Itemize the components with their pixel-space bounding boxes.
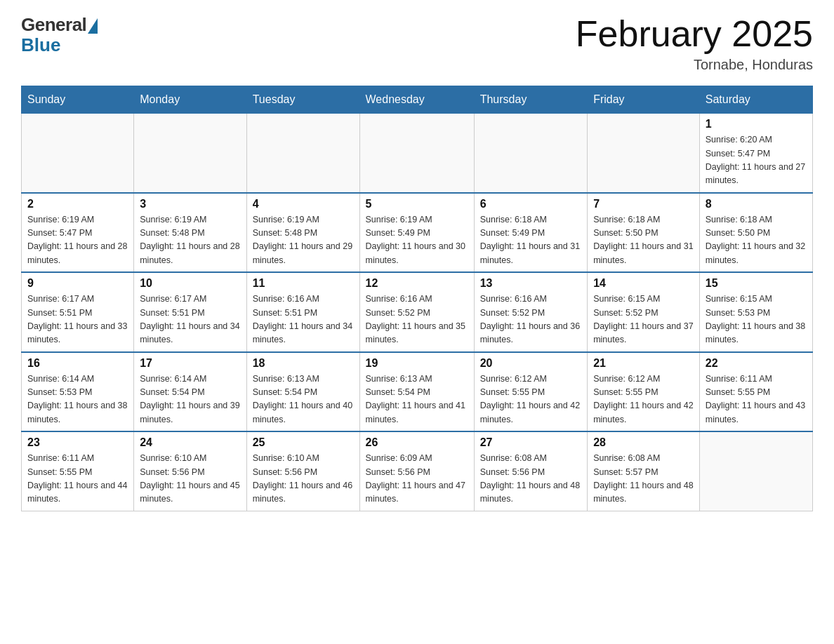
day-info: Sunrise: 6:14 AMSunset: 5:53 PMDaylight:… [27, 373, 128, 427]
day-number: 6 [480, 198, 581, 210]
day-number: 18 [253, 357, 354, 370]
calendar-week-row: 9Sunrise: 6:17 AMSunset: 5:51 PMDaylight… [22, 272, 813, 352]
day-number: 27 [480, 436, 581, 449]
day-info: Sunrise: 6:18 AMSunset: 5:50 PMDaylight:… [593, 213, 694, 268]
day-number: 17 [140, 357, 240, 370]
day-number: 21 [593, 357, 694, 370]
day-info: Sunrise: 6:15 AMSunset: 5:53 PMDaylight:… [706, 293, 807, 347]
calendar-table: SundayMondayTuesdayWednesdayThursdayFrid… [21, 86, 813, 511]
day-number: 2 [27, 198, 128, 210]
day-info: Sunrise: 6:18 AMSunset: 5:50 PMDaylight:… [706, 213, 807, 268]
page-header: General Blue February 2025 Tornabe, Hond… [21, 14, 813, 73]
day-info: Sunrise: 6:15 AMSunset: 5:52 PMDaylight:… [593, 293, 694, 347]
calendar-day-cell: 22Sunrise: 6:11 AMSunset: 5:55 PMDayligh… [699, 352, 812, 432]
calendar-day-cell: 13Sunrise: 6:16 AMSunset: 5:52 PMDayligh… [474, 272, 587, 352]
day-info: Sunrise: 6:08 AMSunset: 5:56 PMDaylight:… [480, 452, 581, 507]
day-info: Sunrise: 6:17 AMSunset: 5:51 PMDaylight:… [140, 293, 240, 347]
calendar-day-cell [246, 114, 359, 193]
day-info: Sunrise: 6:09 AMSunset: 5:56 PMDaylight:… [366, 452, 468, 507]
weekday-header-row: SundayMondayTuesdayWednesdayThursdayFrid… [22, 86, 813, 114]
location-label: Tornabe, Honduras [576, 57, 813, 73]
calendar-day-cell: 28Sunrise: 6:08 AMSunset: 5:57 PMDayligh… [588, 431, 700, 511]
calendar-day-cell: 8Sunrise: 6:18 AMSunset: 5:50 PMDaylight… [699, 193, 812, 273]
calendar-day-cell: 6Sunrise: 6:18 AMSunset: 5:49 PMDaylight… [474, 193, 587, 273]
day-number: 16 [27, 357, 128, 370]
calendar-day-cell: 24Sunrise: 6:10 AMSunset: 5:56 PMDayligh… [134, 431, 246, 511]
day-info: Sunrise: 6:08 AMSunset: 5:57 PMDaylight:… [593, 452, 694, 507]
calendar-day-cell: 20Sunrise: 6:12 AMSunset: 5:55 PMDayligh… [474, 352, 587, 432]
calendar-day-cell: 19Sunrise: 6:13 AMSunset: 5:54 PMDayligh… [359, 352, 474, 432]
calendar-day-cell: 18Sunrise: 6:13 AMSunset: 5:54 PMDayligh… [246, 352, 359, 432]
weekday-header-wednesday: Wednesday [359, 86, 474, 114]
calendar-week-row: 1Sunrise: 6:20 AMSunset: 5:47 PMDaylight… [22, 114, 813, 193]
calendar-day-cell: 15Sunrise: 6:15 AMSunset: 5:53 PMDayligh… [699, 272, 812, 352]
day-number: 28 [593, 436, 694, 449]
day-info: Sunrise: 6:19 AMSunset: 5:48 PMDaylight:… [140, 213, 240, 268]
calendar-day-cell [359, 114, 474, 193]
calendar-day-cell: 21Sunrise: 6:12 AMSunset: 5:55 PMDayligh… [588, 352, 700, 432]
day-number: 11 [253, 277, 354, 290]
calendar-day-cell: 14Sunrise: 6:15 AMSunset: 5:52 PMDayligh… [588, 272, 700, 352]
day-number: 20 [480, 357, 581, 370]
calendar-week-row: 2Sunrise: 6:19 AMSunset: 5:47 PMDaylight… [22, 193, 813, 273]
day-info: Sunrise: 6:20 AMSunset: 5:47 PMDaylight:… [706, 133, 807, 188]
day-info: Sunrise: 6:13 AMSunset: 5:54 PMDaylight:… [253, 373, 354, 427]
calendar-day-cell: 12Sunrise: 6:16 AMSunset: 5:52 PMDayligh… [359, 272, 474, 352]
logo: General Blue [21, 14, 98, 56]
weekday-header-tuesday: Tuesday [246, 86, 359, 114]
day-number: 25 [253, 436, 354, 449]
logo-triangle-icon [88, 18, 98, 34]
calendar-day-cell [474, 114, 587, 193]
day-number: 13 [480, 277, 581, 290]
day-info: Sunrise: 6:19 AMSunset: 5:47 PMDaylight:… [27, 213, 128, 268]
day-number: 5 [366, 198, 468, 210]
day-number: 19 [366, 357, 468, 370]
day-info: Sunrise: 6:19 AMSunset: 5:49 PMDaylight:… [366, 213, 468, 268]
month-title: February 2025 [576, 14, 813, 54]
day-info: Sunrise: 6:11 AMSunset: 5:55 PMDaylight:… [706, 373, 807, 427]
day-number: 4 [253, 198, 354, 210]
day-number: 14 [593, 277, 694, 290]
calendar-day-cell: 4Sunrise: 6:19 AMSunset: 5:48 PMDaylight… [246, 193, 359, 273]
logo-blue-text: Blue [21, 34, 60, 56]
weekday-header-saturday: Saturday [699, 86, 812, 114]
calendar-day-cell [588, 114, 700, 193]
calendar-day-cell: 11Sunrise: 6:16 AMSunset: 5:51 PMDayligh… [246, 272, 359, 352]
day-info: Sunrise: 6:18 AMSunset: 5:49 PMDaylight:… [480, 213, 581, 268]
day-number: 3 [140, 198, 240, 210]
day-info: Sunrise: 6:12 AMSunset: 5:55 PMDaylight:… [480, 373, 581, 427]
day-number: 15 [706, 277, 807, 290]
logo-general-text: General [21, 14, 86, 36]
day-number: 8 [706, 198, 807, 210]
calendar-day-cell: 23Sunrise: 6:11 AMSunset: 5:55 PMDayligh… [22, 431, 134, 511]
day-number: 7 [593, 198, 694, 210]
day-number: 9 [27, 277, 128, 290]
day-info: Sunrise: 6:16 AMSunset: 5:52 PMDaylight:… [366, 293, 468, 347]
calendar-day-cell: 7Sunrise: 6:18 AMSunset: 5:50 PMDaylight… [588, 193, 700, 273]
day-info: Sunrise: 6:12 AMSunset: 5:55 PMDaylight:… [593, 373, 694, 427]
day-info: Sunrise: 6:10 AMSunset: 5:56 PMDaylight:… [140, 452, 240, 507]
day-info: Sunrise: 6:19 AMSunset: 5:48 PMDaylight:… [253, 213, 354, 268]
calendar-day-cell: 27Sunrise: 6:08 AMSunset: 5:56 PMDayligh… [474, 431, 587, 511]
calendar-day-cell: 16Sunrise: 6:14 AMSunset: 5:53 PMDayligh… [22, 352, 134, 432]
day-number: 24 [140, 436, 240, 449]
weekday-header-friday: Friday [588, 86, 700, 114]
day-number: 12 [366, 277, 468, 290]
day-info: Sunrise: 6:14 AMSunset: 5:54 PMDaylight:… [140, 373, 240, 427]
day-number: 23 [27, 436, 128, 449]
day-number: 10 [140, 277, 240, 290]
day-number: 1 [706, 118, 807, 130]
weekday-header-monday: Monday [134, 86, 246, 114]
calendar-day-cell: 10Sunrise: 6:17 AMSunset: 5:51 PMDayligh… [134, 272, 246, 352]
day-number: 26 [366, 436, 468, 449]
calendar-week-row: 23Sunrise: 6:11 AMSunset: 5:55 PMDayligh… [22, 431, 813, 511]
day-info: Sunrise: 6:17 AMSunset: 5:51 PMDaylight:… [27, 293, 128, 347]
day-number: 22 [706, 357, 807, 370]
calendar-day-cell [134, 114, 246, 193]
day-info: Sunrise: 6:10 AMSunset: 5:56 PMDaylight:… [253, 452, 354, 507]
weekday-header-thursday: Thursday [474, 86, 587, 114]
weekday-header-sunday: Sunday [22, 86, 134, 114]
calendar-day-cell [22, 114, 134, 193]
calendar-day-cell [699, 431, 812, 511]
calendar-week-row: 16Sunrise: 6:14 AMSunset: 5:53 PMDayligh… [22, 352, 813, 432]
